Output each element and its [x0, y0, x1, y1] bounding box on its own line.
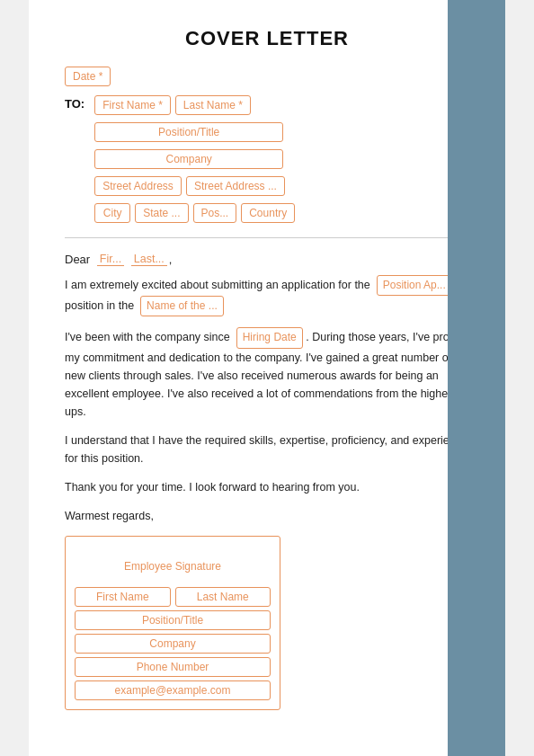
- sig-company[interactable]: Company: [75, 634, 271, 654]
- sig-phone[interactable]: Phone Number: [75, 657, 271, 677]
- body-paragraph-1: I am extremely excited about submitting …: [65, 275, 469, 316]
- sig-position[interactable]: Position/Title: [75, 610, 271, 630]
- sidebar: [448, 0, 505, 756]
- body-paragraph-3: I understand that I have the required sk…: [65, 431, 469, 467]
- date-field[interactable]: Date: [65, 67, 111, 86]
- sig-email[interactable]: example@example.com: [75, 680, 271, 700]
- recipient-position[interactable]: Position/Title: [94, 122, 283, 142]
- body-paragraph-2: I've been with the company since Hiring …: [65, 327, 469, 420]
- dear-last[interactable]: Last...: [131, 253, 167, 266]
- state-field[interactable]: State ...: [135, 203, 188, 223]
- sig-last-name[interactable]: Last Name: [175, 587, 271, 607]
- street-address-1[interactable]: Street Address: [94, 176, 182, 196]
- page-title: COVER LETTER: [65, 27, 469, 50]
- to-label: TO:: [65, 97, 85, 111]
- city-field[interactable]: City: [94, 203, 130, 223]
- signature-block: Employee Signature First Name Last Name …: [65, 536, 280, 710]
- pos-field[interactable]: Pos...: [193, 203, 237, 223]
- company-name-field[interactable]: Name of the ...: [140, 296, 224, 316]
- country-field[interactable]: Country: [241, 203, 295, 223]
- body-paragraph-4: Thank you for your time. I look forward …: [65, 478, 469, 496]
- sig-first-name[interactable]: First Name: [75, 587, 171, 607]
- recipient-company[interactable]: Company: [94, 149, 283, 169]
- closing-text: Warmest regards,: [65, 507, 469, 525]
- recipient-first-name[interactable]: First Name: [94, 95, 171, 115]
- recipient-last-name[interactable]: Last Name: [175, 95, 251, 115]
- divider: [65, 237, 469, 238]
- street-address-2[interactable]: Street Address ...: [186, 176, 285, 196]
- dear-label: Dear: [65, 253, 90, 266]
- dear-first[interactable]: Fir...: [97, 253, 124, 266]
- hiring-date-field[interactable]: Hiring Date: [236, 327, 303, 348]
- employee-signature-area[interactable]: Employee Signature: [75, 546, 271, 587]
- dear-space: [126, 253, 129, 266]
- dear-line: Dear Fir... Last... ,: [65, 253, 469, 266]
- dear-comma: ,: [169, 253, 173, 266]
- position-ap-field[interactable]: Position Ap...: [377, 275, 452, 296]
